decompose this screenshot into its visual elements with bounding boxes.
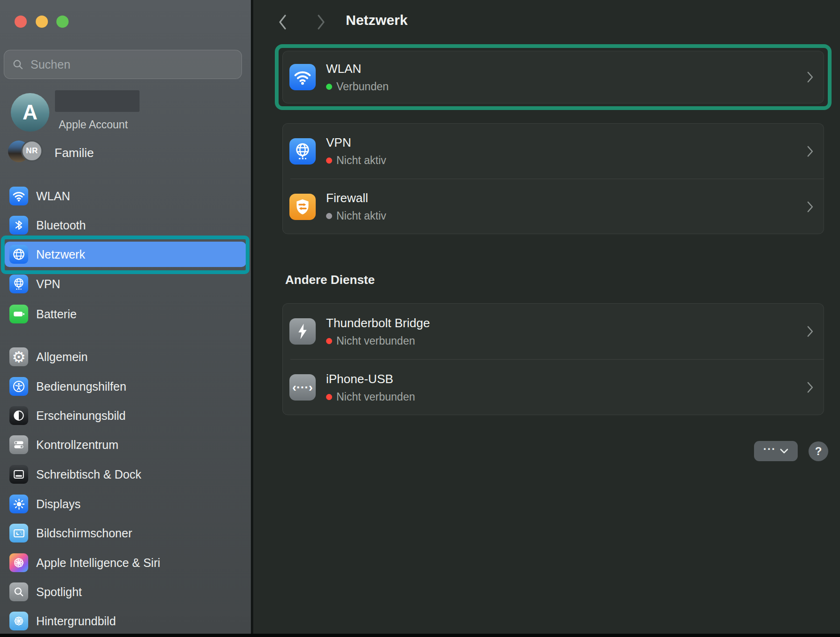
- magnifier-icon: [9, 582, 28, 601]
- sidebar-item-label: Schreibtisch & Dock: [36, 468, 141, 481]
- vpn-row[interactable]: VPN Nicht aktiv: [283, 124, 824, 179]
- desktop-dock-icon: [9, 465, 28, 484]
- sidebar-item-label: Batterie: [36, 307, 77, 321]
- status-text: Nicht verbunden: [336, 391, 415, 403]
- sidebar-item-erscheinungsbild[interactable]: Erscheinungsbild: [5, 402, 246, 429]
- sidebar-item-label: Apple Intelligence & Siri: [36, 556, 160, 570]
- sidebar-item-allgemein[interactable]: ⚙ Allgemein: [5, 344, 246, 370]
- sidebar-item-schreibtisch-dock[interactable]: Schreibtisch & Dock: [5, 461, 246, 488]
- row-label: WLAN: [326, 62, 389, 76]
- status-text: Nicht verbunden: [336, 335, 415, 347]
- row-label: VPN: [326, 135, 386, 150]
- sidebar-item-vpn[interactable]: VPN: [5, 271, 246, 297]
- other-services-card: Thunderbolt Bridge Nicht verbunden ‹···›…: [282, 303, 824, 415]
- minimize-button[interactable]: [36, 16, 48, 28]
- network-settings-panel: Netzwerk WLAN Verbunden: [253, 0, 840, 634]
- sidebar-item-kontrollzentrum[interactable]: Kontrollzentrum: [5, 432, 246, 458]
- sidebar-item-label: WLAN: [36, 189, 70, 203]
- status-dot: [326, 338, 332, 344]
- status-text: Nicht aktiv: [336, 154, 386, 167]
- more-options-button[interactable]: ···: [754, 441, 798, 461]
- help-button[interactable]: ?: [809, 441, 828, 461]
- wifi-card: WLAN Verbunden: [282, 51, 824, 103]
- sidebar-item-label: VPN: [36, 277, 60, 291]
- wifi-icon: [9, 187, 28, 205]
- section-title: Andere Dienste: [285, 273, 375, 287]
- magnifier-icon: [12, 58, 24, 71]
- back-button[interactable]: [277, 14, 288, 32]
- page-title: Netzwerk: [346, 12, 408, 28]
- row-label: Thunderbolt Bridge: [326, 316, 430, 330]
- status-text: Nicht aktiv: [336, 210, 386, 222]
- wallpaper-icon: [9, 612, 28, 630]
- chevron-right-icon: [807, 201, 814, 213]
- firewall-row[interactable]: Firewall Nicht aktiv: [283, 179, 824, 234]
- wifi-row[interactable]: WLAN Verbunden: [283, 51, 824, 103]
- family-badge-avatar: NR: [21, 140, 43, 162]
- status-dot: [326, 394, 332, 400]
- sidebar-item-label: Erscheinungsbild: [36, 409, 125, 423]
- sidebar-item-label: Hintergrundbild: [36, 614, 116, 628]
- ellipsis-icon: ···: [763, 442, 776, 456]
- globe-icon: [9, 245, 28, 264]
- chevron-down-icon: [780, 448, 788, 454]
- sidebar-item-label: Bluetooth: [36, 219, 86, 232]
- row-label: iPhone-USB: [326, 372, 415, 386]
- chevron-right-icon: [807, 71, 814, 83]
- vpn-globe-icon: [9, 275, 28, 293]
- zoom-button[interactable]: [56, 16, 69, 28]
- wifi-icon: [289, 64, 316, 90]
- sidebar-item-bedienungshilfen[interactable]: Bedienungshilfen: [5, 373, 246, 400]
- question-mark-icon: ?: [815, 445, 822, 458]
- firewall-shield-icon: [289, 194, 316, 220]
- sun-icon: [9, 495, 28, 513]
- sidebar-item-label: Spotlight: [36, 585, 82, 599]
- chevron-right-icon: [807, 381, 814, 393]
- status-text: Verbunden: [336, 80, 389, 93]
- family-label: Familie: [54, 146, 94, 160]
- sidebar: Suchen A Apple Account NR Familie WLAN: [0, 0, 251, 634]
- sidebar-item-netzwerk[interactable]: Netzwerk: [5, 242, 246, 267]
- usb-icon: ‹···›: [289, 374, 316, 401]
- forward-button[interactable]: [315, 14, 327, 32]
- window-bottom-edge: [0, 634, 840, 637]
- sidebar-item-bildschirmschoner[interactable]: Bildschirmschoner: [5, 520, 246, 546]
- appearance-icon: [9, 406, 28, 425]
- status-dot: [326, 84, 332, 90]
- bluetooth-icon: [9, 216, 28, 235]
- sidebar-item-displays[interactable]: Displays: [5, 491, 246, 517]
- apple-account-label: Apple Account: [59, 118, 128, 131]
- account-name-redacted: [55, 90, 140, 112]
- avatar: A: [11, 93, 49, 132]
- search-placeholder: Suchen: [31, 58, 70, 71]
- sidebar-item-label: Bedienungshilfen: [36, 380, 126, 393]
- iphone-usb-row[interactable]: ‹···› iPhone-USB Nicht verbunden: [283, 360, 824, 415]
- apple-intelligence-icon: [9, 553, 28, 572]
- sidebar-item-bluetooth[interactable]: Bluetooth: [5, 212, 246, 238]
- battery-icon: [9, 305, 28, 323]
- thunderbolt-bridge-row[interactable]: Thunderbolt Bridge Nicht verbunden: [283, 304, 824, 359]
- sidebar-item-label: Allgemein: [36, 350, 88, 364]
- status-dot: [326, 213, 332, 219]
- control-center-icon: [9, 435, 28, 454]
- thunderbolt-icon: [289, 318, 316, 345]
- sidebar-item-label: Bildschirmschoner: [36, 527, 132, 540]
- sidebar-item-wlan[interactable]: WLAN: [5, 183, 246, 209]
- sidebar-item-label: Netzwerk: [36, 248, 85, 261]
- close-button[interactable]: [15, 16, 27, 28]
- search-input[interactable]: Suchen: [4, 50, 242, 79]
- chevron-right-icon: [807, 325, 814, 338]
- vpn-globe-icon: [289, 138, 316, 165]
- sidebar-item-hintergrundbild[interactable]: Hintergrundbild: [5, 608, 246, 634]
- sidebar-item-batterie[interactable]: Batterie: [5, 301, 246, 327]
- gear-icon: ⚙: [9, 347, 28, 366]
- status-dot: [326, 157, 332, 164]
- chevron-right-icon: [807, 145, 814, 157]
- network-services-card: VPN Nicht aktiv: [282, 123, 824, 234]
- sidebar-item-spotlight[interactable]: Spotlight: [5, 579, 246, 605]
- accessibility-icon: [9, 377, 28, 396]
- screensaver-icon: [9, 524, 28, 543]
- sidebar-item-apple-intelligence-siri[interactable]: Apple Intelligence & Siri: [5, 550, 246, 576]
- sidebar-item-label: Kontrollzentrum: [36, 438, 118, 452]
- sidebar-item-label: Displays: [36, 497, 80, 511]
